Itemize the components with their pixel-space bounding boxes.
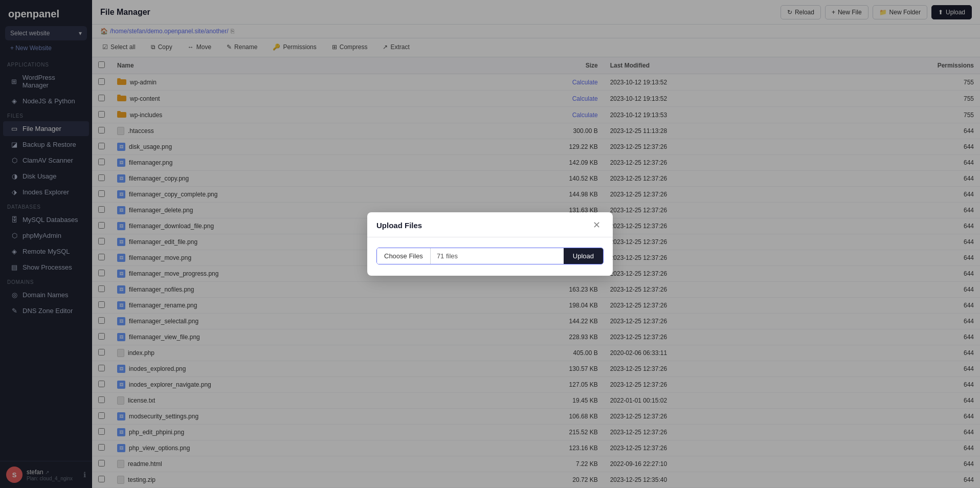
modal-body: Choose Files 71 files Upload [367,237,613,276]
modal-overlay: Upload Files ✕ Choose Files 71 files Upl… [0,0,980,488]
modal-title: Upload Files [376,221,422,230]
choose-files-button[interactable]: Choose Files [377,248,431,264]
files-selected-label: 71 files [431,248,564,264]
modal-close-button[interactable]: ✕ [590,219,604,231]
file-input-wrapper: Choose Files 71 files Upload [376,248,604,264]
modal-header: Upload Files ✕ [367,212,613,237]
upload-modal: Upload Files ✕ Choose Files 71 files Upl… [367,212,613,276]
modal-upload-button[interactable]: Upload [564,248,603,264]
